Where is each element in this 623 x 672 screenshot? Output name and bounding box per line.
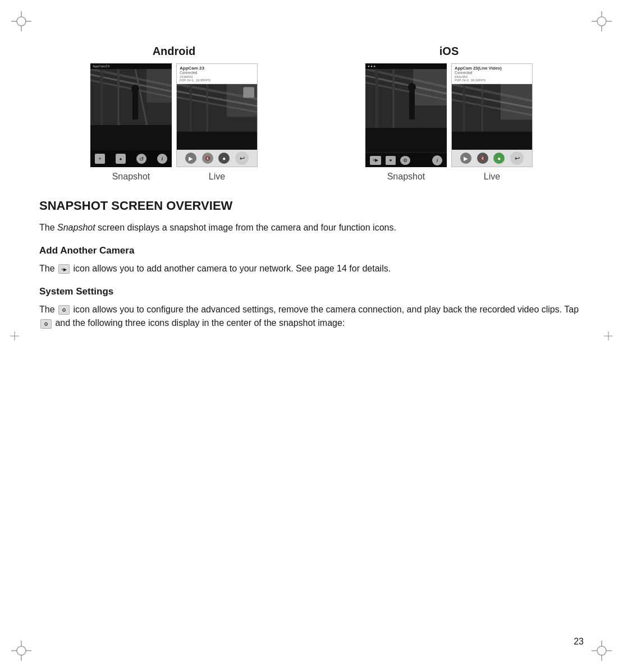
- add-camera-body: The +▶ icon allows you to add another ca…: [39, 262, 584, 276]
- svg-rect-34: [146, 69, 172, 103]
- ios-screens-row: ● ● ●: [365, 63, 533, 182]
- gear-inline-icon: ⚙: [58, 305, 70, 315]
- svg-rect-51: [413, 69, 447, 105]
- snapshot-overview-title: SNAPSHOT SCREEN OVERVIEW: [39, 199, 584, 213]
- svg-rect-43: [243, 88, 254, 98]
- android-app-name: AppCam 23: [180, 66, 254, 71]
- ios-live-header: AppCam 23(Live Video) Connected 640x480 …: [452, 64, 532, 84]
- ios-live-screen: AppCam 23(Live Video) Connected 640x480 …: [451, 63, 533, 167]
- android-live-header: AppCam 23 Connected 2436893 P2P, N=1, 19…: [177, 64, 257, 84]
- reg-mark-middle-right: [604, 332, 613, 340]
- ios-app-name: AppCam 23(Live Video): [455, 66, 529, 71]
- ios-stream: P2P, N=2, 18.33FPS: [455, 79, 529, 82]
- svg-point-5: [597, 17, 606, 26]
- svg-rect-31: [90, 125, 172, 150]
- add-camera-title: Add Another Camera: [39, 245, 584, 256]
- return-toolbar-icon: ↩: [235, 151, 249, 165]
- svg-point-15: [597, 646, 606, 655]
- svg-point-10: [17, 646, 26, 655]
- ios-camera-toolbar-icon: ▶: [460, 153, 471, 164]
- android-live-cam: [177, 84, 257, 150]
- ios-status: Connected: [455, 71, 529, 75]
- reg-mark-top-right: [590, 10, 613, 33]
- ios-live-label: Live: [484, 172, 500, 182]
- android-label: Android: [153, 45, 196, 58]
- svg-rect-60: [452, 132, 532, 150]
- ios-mute-toolbar-icon: 🔇: [477, 153, 488, 164]
- add-camera-inline-icon: +▶: [58, 264, 70, 274]
- android-platform-group: Android AppCam23: [39, 45, 309, 182]
- ios-return-toolbar-icon: ↩: [510, 151, 524, 165]
- ios-top-bar: ● ● ●: [365, 63, 447, 69]
- android-live-label: Live: [209, 172, 225, 182]
- system-settings-body: The ⚙ icon allows you to configure the a…: [39, 303, 584, 331]
- info-icon: i: [157, 154, 167, 164]
- refresh-icon: ↺: [136, 154, 146, 164]
- ios-label: iOS: [439, 45, 459, 58]
- ios-info-icon: i: [432, 155, 442, 165]
- ios-cam-add-icon: +▶: [370, 156, 381, 165]
- gear-inline-icon-2: ⚙: [40, 319, 52, 329]
- svg-point-53: [408, 83, 416, 91]
- ios-snapshot-item: ● ● ●: [365, 63, 447, 182]
- android-snapshot-item: AppCam23: [90, 63, 172, 182]
- svg-rect-52: [409, 90, 415, 119]
- reg-mark-middle-left: [10, 332, 19, 340]
- ios-circle-toolbar-icon: ●: [493, 153, 505, 164]
- ios-cam-view: [365, 69, 447, 152]
- android-snapshot-label: Snapshot: [112, 172, 150, 182]
- screen-comparison-section: Android AppCam23: [39, 45, 584, 182]
- android-cam-view: [90, 69, 172, 150]
- android-snapshot-screen: AppCam23: [90, 63, 172, 167]
- ios-platform-group: iOS ● ● ●: [314, 45, 584, 182]
- add-camera-icon: +: [95, 154, 105, 164]
- svg-rect-50: [365, 128, 447, 152]
- snapshot-italic: Snapshot: [57, 223, 95, 232]
- snapshot-overview-body: The Snapshot screen displays a snapshot …: [39, 221, 584, 235]
- android-live-item: AppCam 23 Connected 2436893 P2P, N=1, 19…: [176, 63, 258, 182]
- svg-rect-41: [177, 132, 257, 150]
- svg-point-33: [131, 85, 139, 93]
- ios-snapshot-screen: ● ● ●: [365, 63, 447, 167]
- ios-snapshot-icon: ●: [386, 156, 396, 165]
- android-live-toolbar: ▶ 🔇 ● ↩: [177, 150, 257, 167]
- reg-mark-top-left: [10, 10, 33, 33]
- android-live-screen: AppCam 23 Connected 2436893 P2P, N=1, 19…: [176, 63, 258, 167]
- reg-mark-bottom-left: [10, 639, 33, 662]
- reg-mark-bottom-right: [590, 639, 613, 662]
- android-screens-row: AppCam23: [90, 63, 258, 182]
- page-number: 23: [574, 637, 584, 647]
- snapshot-cam-icon: ●: [116, 154, 126, 164]
- ios-snapshot-label: Snapshot: [387, 172, 425, 182]
- svg-rect-61: [501, 84, 532, 120]
- text-content-section: SNAPSHOT SCREEN OVERVIEW The Snapshot sc…: [39, 199, 584, 330]
- android-stream: P2P, N=1, 19.95FPS: [180, 79, 254, 82]
- ios-live-cam: [452, 84, 532, 150]
- svg-rect-32: [132, 91, 138, 119]
- camera-toolbar-icon: ▶: [185, 153, 196, 164]
- android-snapshot-toolbar: + ● ↺ i: [90, 150, 172, 167]
- ios-live-toolbar: ▶ 🔇 ● ↩: [452, 150, 532, 167]
- android-status: Connected: [180, 71, 254, 75]
- ios-live-item: AppCam 23(Live Video) Connected 640x480 …: [451, 63, 533, 182]
- mute-toolbar-icon: 🔇: [202, 153, 213, 164]
- ios-settings-icon: ⚙: [400, 156, 410, 165]
- android-top-bar: AppCam23: [90, 63, 172, 69]
- ios-snapshot-toolbar: +▶ ● ⚙ i: [365, 153, 447, 167]
- svg-point-0: [17, 17, 26, 26]
- circle-toolbar-icon: ●: [218, 153, 230, 164]
- system-settings-title: System Settings: [39, 286, 584, 297]
